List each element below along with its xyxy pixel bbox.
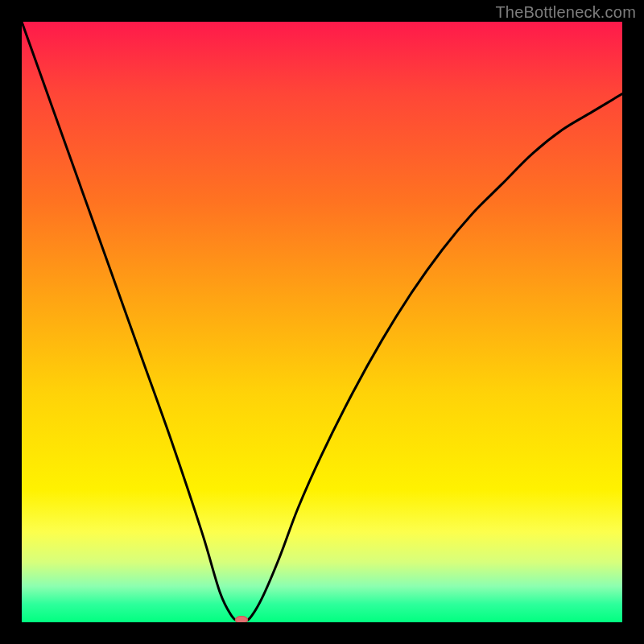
watermark-text: TheBottleneck.com bbox=[495, 3, 636, 22]
chart-frame: TheBottleneck.com bbox=[0, 0, 644, 644]
optimum-marker bbox=[235, 616, 248, 622]
bottleneck-curve bbox=[22, 22, 622, 622]
plot-area bbox=[22, 22, 622, 622]
